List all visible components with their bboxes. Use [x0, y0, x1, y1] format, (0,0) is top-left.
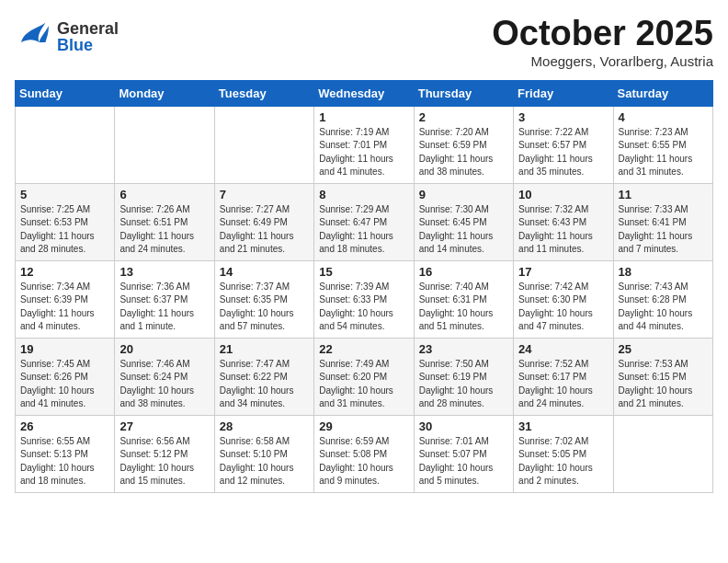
day-info: Sunrise: 7:39 AM Sunset: 6:33 PM Dayligh… [319, 281, 408, 334]
day-number: 26 [20, 419, 109, 433]
calendar-table: SundayMondayTuesdayWednesdayThursdayFrid… [15, 80, 713, 493]
day-info: Sunrise: 7:36 AM Sunset: 6:37 PM Dayligh… [119, 281, 209, 334]
calendar-cell: 27Sunrise: 6:56 AM Sunset: 5:12 PM Dayli… [115, 415, 214, 492]
page-header: General Blue October 2025 Moeggers, Vora… [15, 15, 713, 69]
calendar-cell: 26Sunrise: 6:55 AM Sunset: 5:13 PM Dayli… [16, 415, 115, 492]
day-number: 28 [220, 419, 309, 433]
day-number: 30 [419, 419, 508, 433]
day-number: 16 [419, 265, 508, 279]
day-number: 25 [619, 342, 708, 356]
calendar-cell: 1Sunrise: 7:19 AM Sunset: 7:01 PM Daylig… [314, 106, 414, 183]
day-info: Sunrise: 7:22 AM Sunset: 6:57 PM Dayligh… [518, 126, 608, 179]
weekday-header-tuesday: Tuesday [214, 80, 313, 106]
title-block: October 2025 Moeggers, Vorarlberg, Austr… [492, 15, 713, 69]
day-info: Sunrise: 7:37 AM Sunset: 6:35 PM Dayligh… [220, 281, 309, 334]
day-number: 17 [518, 265, 608, 279]
day-info: Sunrise: 7:29 AM Sunset: 6:47 PM Dayligh… [319, 203, 408, 257]
logo-label: General Blue [57, 20, 119, 53]
calendar-cell: 6Sunrise: 7:26 AM Sunset: 6:51 PM Daylig… [115, 183, 214, 260]
calendar-cell: 28Sunrise: 6:58 AM Sunset: 5:10 PM Dayli… [214, 415, 313, 492]
day-number: 7 [220, 188, 309, 201]
calendar-cell [214, 106, 313, 183]
calendar-cell: 5Sunrise: 7:25 AM Sunset: 6:53 PM Daylig… [16, 183, 115, 260]
day-number: 22 [319, 342, 408, 356]
day-info: Sunrise: 7:53 AM Sunset: 6:15 PM Dayligh… [619, 358, 708, 411]
day-number: 23 [419, 342, 508, 356]
day-number: 29 [319, 419, 408, 433]
calendar-cell: 31Sunrise: 7:02 AM Sunset: 5:05 PM Dayli… [514, 415, 613, 492]
day-number: 12 [20, 265, 109, 279]
calendar-cell: 21Sunrise: 7:47 AM Sunset: 6:22 PM Dayli… [214, 338, 313, 415]
week-row-4: 19Sunrise: 7:45 AM Sunset: 6:26 PM Dayli… [16, 338, 713, 415]
day-info: Sunrise: 6:59 AM Sunset: 5:08 PM Dayligh… [319, 435, 408, 488]
logo-blue-text: Blue [57, 37, 119, 53]
day-info: Sunrise: 6:58 AM Sunset: 5:10 PM Dayligh… [220, 435, 309, 488]
weekday-header-wednesday: Wednesday [314, 80, 414, 106]
day-number: 3 [518, 110, 608, 124]
day-info: Sunrise: 7:49 AM Sunset: 6:20 PM Dayligh… [319, 358, 408, 411]
week-row-3: 12Sunrise: 7:34 AM Sunset: 6:39 PM Dayli… [16, 260, 713, 338]
day-info: Sunrise: 7:30 AM Sunset: 6:45 PM Dayligh… [419, 203, 508, 257]
day-info: Sunrise: 7:52 AM Sunset: 6:17 PM Dayligh… [518, 358, 608, 411]
weekday-header-sunday: Sunday [16, 80, 115, 106]
day-info: Sunrise: 6:56 AM Sunset: 5:12 PM Dayligh… [119, 435, 209, 488]
day-info: Sunrise: 7:50 AM Sunset: 6:19 PM Dayligh… [419, 358, 508, 411]
day-number: 18 [619, 265, 708, 279]
day-info: Sunrise: 6:55 AM Sunset: 5:13 PM Dayligh… [20, 435, 109, 488]
month-title: October 2025 [492, 15, 713, 53]
week-row-5: 26Sunrise: 6:55 AM Sunset: 5:13 PM Dayli… [16, 415, 713, 492]
calendar-cell: 9Sunrise: 7:30 AM Sunset: 6:45 PM Daylig… [414, 183, 513, 260]
week-row-1: 1Sunrise: 7:19 AM Sunset: 7:01 PM Daylig… [16, 106, 713, 183]
day-info: Sunrise: 7:42 AM Sunset: 6:30 PM Dayligh… [518, 281, 608, 334]
week-row-2: 5Sunrise: 7:25 AM Sunset: 6:53 PM Daylig… [16, 183, 713, 260]
weekday-header-monday: Monday [115, 80, 214, 106]
calendar-cell: 30Sunrise: 7:01 AM Sunset: 5:07 PM Dayli… [414, 415, 513, 492]
day-number: 1 [319, 110, 408, 124]
day-number: 10 [518, 188, 608, 201]
calendar-cell: 2Sunrise: 7:20 AM Sunset: 6:59 PM Daylig… [414, 106, 513, 183]
weekday-header-friday: Friday [514, 80, 613, 106]
day-info: Sunrise: 7:02 AM Sunset: 5:05 PM Dayligh… [518, 435, 608, 488]
calendar-cell: 11Sunrise: 7:33 AM Sunset: 6:41 PM Dayli… [613, 183, 712, 260]
logo-general-text: General [57, 20, 119, 37]
day-info: Sunrise: 7:23 AM Sunset: 6:55 PM Dayligh… [619, 126, 708, 179]
calendar-cell: 19Sunrise: 7:45 AM Sunset: 6:26 PM Dayli… [16, 338, 115, 415]
calendar-cell: 8Sunrise: 7:29 AM Sunset: 6:47 PM Daylig… [314, 183, 414, 260]
calendar-cell: 4Sunrise: 7:23 AM Sunset: 6:55 PM Daylig… [613, 106, 712, 183]
calendar-cell: 16Sunrise: 7:40 AM Sunset: 6:31 PM Dayli… [414, 260, 513, 338]
day-number: 24 [518, 342, 608, 356]
calendar-cell: 7Sunrise: 7:27 AM Sunset: 6:49 PM Daylig… [214, 183, 313, 260]
day-number: 27 [119, 419, 209, 433]
day-number: 9 [419, 188, 508, 201]
day-info: Sunrise: 7:47 AM Sunset: 6:22 PM Dayligh… [220, 358, 309, 411]
day-number: 6 [119, 188, 209, 201]
day-number: 14 [220, 265, 309, 279]
day-number: 21 [220, 342, 309, 356]
calendar-cell: 15Sunrise: 7:39 AM Sunset: 6:33 PM Dayli… [314, 260, 414, 338]
calendar-cell: 22Sunrise: 7:49 AM Sunset: 6:20 PM Dayli… [314, 338, 414, 415]
day-info: Sunrise: 7:33 AM Sunset: 6:41 PM Dayligh… [619, 203, 708, 257]
logo: General Blue [15, 15, 119, 59]
calendar-cell: 17Sunrise: 7:42 AM Sunset: 6:30 PM Dayli… [514, 260, 613, 338]
day-info: Sunrise: 7:01 AM Sunset: 5:07 PM Dayligh… [419, 435, 508, 488]
calendar-cell: 3Sunrise: 7:22 AM Sunset: 6:57 PM Daylig… [514, 106, 613, 183]
day-info: Sunrise: 7:19 AM Sunset: 7:01 PM Dayligh… [319, 126, 408, 179]
calendar-cell: 29Sunrise: 6:59 AM Sunset: 5:08 PM Dayli… [314, 415, 414, 492]
day-info: Sunrise: 7:20 AM Sunset: 6:59 PM Dayligh… [419, 126, 508, 179]
calendar-cell: 18Sunrise: 7:43 AM Sunset: 6:28 PM Dayli… [613, 260, 712, 338]
day-info: Sunrise: 7:46 AM Sunset: 6:24 PM Dayligh… [119, 358, 209, 411]
day-info: Sunrise: 7:43 AM Sunset: 6:28 PM Dayligh… [619, 281, 708, 334]
day-number: 5 [20, 188, 109, 201]
day-info: Sunrise: 7:27 AM Sunset: 6:49 PM Dayligh… [220, 203, 309, 257]
day-info: Sunrise: 7:34 AM Sunset: 6:39 PM Dayligh… [20, 281, 109, 334]
calendar-cell: 24Sunrise: 7:52 AM Sunset: 6:17 PM Dayli… [514, 338, 613, 415]
calendar-cell: 12Sunrise: 7:34 AM Sunset: 6:39 PM Dayli… [16, 260, 115, 338]
calendar-cell [613, 415, 712, 492]
weekday-header-thursday: Thursday [414, 80, 513, 106]
day-number: 15 [319, 265, 408, 279]
calendar-cell [115, 106, 214, 183]
day-info: Sunrise: 7:25 AM Sunset: 6:53 PM Dayligh… [20, 203, 109, 257]
calendar-cell: 23Sunrise: 7:50 AM Sunset: 6:19 PM Dayli… [414, 338, 513, 415]
calendar-cell [16, 106, 115, 183]
calendar-cell: 14Sunrise: 7:37 AM Sunset: 6:35 PM Dayli… [214, 260, 313, 338]
